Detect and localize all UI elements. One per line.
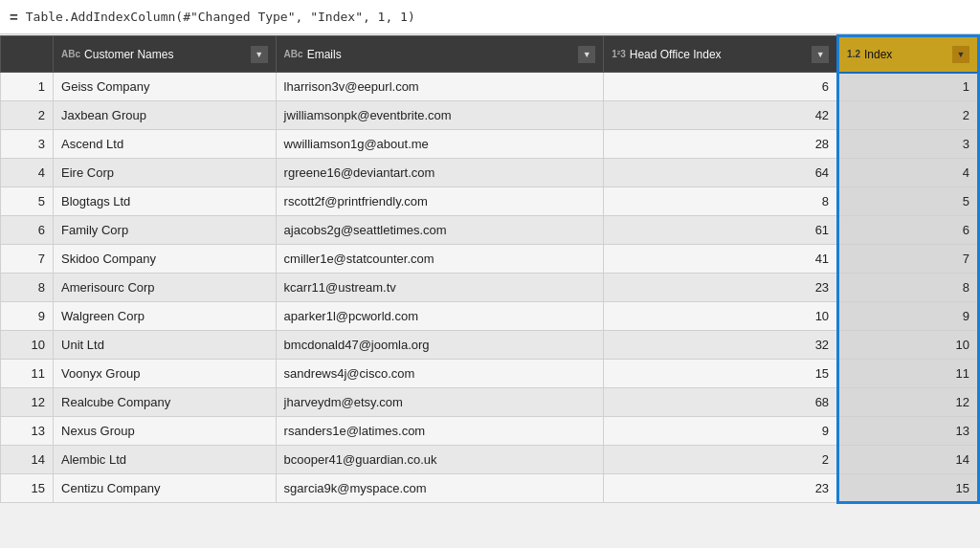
head-office-dropdown[interactable]: ▼ (812, 46, 829, 63)
table-row: 9Walgreen Corpaparker1l@pcworld.com109 (1, 302, 979, 331)
customer-name-cell: Walgreen Corp (54, 302, 277, 331)
row-number: 14 (1, 446, 54, 474)
table-row: 13Nexus Grouprsanders1e@latimes.com913 (1, 417, 979, 446)
head-office-type-icon: 1²3 (612, 49, 625, 59)
email-cell: jharveydm@etsy.com (276, 388, 604, 417)
email-cell: jwilliamsonpk@eventbrite.com (276, 101, 604, 130)
head-office-cell: 41 (604, 245, 838, 274)
col-header-emails[interactable]: ABc Emails ▼ (276, 36, 604, 73)
head-office-cell: 23 (604, 274, 838, 302)
customer-name-cell: Ascend Ltd (54, 130, 277, 159)
index-cell: 11 (838, 360, 979, 388)
formula-text: Table.AddIndexColumn(#"Changed Type", "I… (26, 10, 415, 24)
index-cell: 5 (838, 187, 979, 216)
customer-name-cell: Alembic Ltd (54, 446, 277, 474)
customer-names-label: Customer Names (84, 48, 247, 61)
email-cell: kcarr11@ustream.tv (276, 274, 604, 302)
row-number: 15 (1, 474, 54, 503)
head-office-cell: 15 (604, 360, 838, 388)
index-cell: 6 (838, 216, 979, 245)
emails-label: Emails (307, 48, 575, 61)
row-number: 1 (1, 73, 54, 101)
formula-equals-sign: = (10, 9, 18, 25)
email-cell: rscott2f@printfriendly.com (276, 187, 604, 216)
head-office-cell: 23 (604, 474, 838, 503)
table-header-row: ABc Customer Names ▼ ABc Emails ▼ 1²3 (1, 36, 979, 73)
emails-type-icon: ABc (284, 49, 303, 59)
head-office-cell: 42 (604, 101, 838, 130)
data-table: ABc Customer Names ▼ ABc Emails ▼ 1²3 (0, 34, 980, 504)
table-row: 8Amerisourc Corpkcarr11@ustream.tv238 (1, 274, 979, 302)
head-office-cell: 61 (604, 216, 838, 245)
customer-name-cell: Geiss Company (54, 73, 277, 101)
index-cell: 10 (838, 331, 979, 360)
emails-dropdown[interactable]: ▼ (578, 46, 595, 63)
row-number: 12 (1, 388, 54, 417)
col-header-index[interactable]: 1.2 Index ▼ (838, 36, 979, 73)
email-cell: aparker1l@pcworld.com (276, 302, 604, 331)
row-number: 8 (1, 274, 54, 302)
table-row: 12Realcube Companyjharveydm@etsy.com6812 (1, 388, 979, 417)
index-cell: 13 (838, 417, 979, 446)
table-body: 1Geiss Companylharrison3v@eepurl.com612J… (1, 73, 979, 503)
email-cell: bcooper41@guardian.co.uk (276, 446, 604, 474)
email-cell: sgarcia9k@myspace.com (276, 474, 604, 503)
head-office-cell: 6 (604, 73, 838, 101)
index-cell: 1 (838, 73, 979, 101)
table-container: ABc Customer Names ▼ ABc Emails ▼ 1²3 (0, 34, 980, 548)
customer-name-cell: Nexus Group (54, 417, 277, 446)
row-number: 13 (1, 417, 54, 446)
head-office-cell: 32 (604, 331, 838, 360)
customer-name-cell: Amerisourc Corp (54, 274, 277, 302)
table-row: 1Geiss Companylharrison3v@eepurl.com61 (1, 73, 979, 101)
customer-name-cell: Centizu Company (54, 474, 277, 503)
index-cell: 9 (838, 302, 979, 331)
customer-name-cell: Realcube Company (54, 388, 277, 417)
table-row: 10Unit Ltdbmcdonald47@joomla.org3210 (1, 331, 979, 360)
index-cell: 15 (838, 474, 979, 503)
row-number: 4 (1, 159, 54, 187)
col-header-row-num (1, 36, 54, 73)
index-cell: 8 (838, 274, 979, 302)
table-row: 15Centizu Companysgarcia9k@myspace.com23… (1, 474, 979, 503)
table-row: 2Jaxbean Groupjwilliamsonpk@eventbrite.c… (1, 101, 979, 130)
formula-bar: = Table.AddIndexColumn(#"Changed Type", … (0, 0, 980, 34)
email-cell: lharrison3v@eepurl.com (276, 73, 604, 101)
row-number: 5 (1, 187, 54, 216)
email-cell: ajacobs2g@seattletimes.com (276, 216, 604, 245)
row-number: 6 (1, 216, 54, 245)
row-number: 2 (1, 101, 54, 130)
customer-names-dropdown[interactable]: ▼ (251, 46, 268, 63)
customer-name-cell: Voonyx Group (54, 360, 277, 388)
index-cell: 14 (838, 446, 979, 474)
head-office-cell: 68 (604, 388, 838, 417)
head-office-cell: 28 (604, 130, 838, 159)
table-row: 3Ascend Ltdwwilliamson1g@about.me283 (1, 130, 979, 159)
email-cell: rsanders1e@latimes.com (276, 417, 604, 446)
head-office-label: Head Office Index (630, 48, 808, 61)
email-cell: wwilliamson1g@about.me (276, 130, 604, 159)
customer-name-cell: Blogtags Ltd (54, 187, 277, 216)
head-office-cell: 8 (604, 187, 838, 216)
table-row: 5Blogtags Ltdrscott2f@printfriendly.com8… (1, 187, 979, 216)
index-cell: 12 (838, 388, 979, 417)
row-number: 9 (1, 302, 54, 331)
head-office-cell: 64 (604, 159, 838, 187)
customer-names-type-icon: ABc (61, 49, 80, 59)
email-cell: cmiller1e@statcounter.com (276, 245, 604, 274)
customer-name-cell: Jaxbean Group (54, 101, 277, 130)
index-cell: 2 (838, 101, 979, 130)
col-header-head-office-index[interactable]: 1²3 Head Office Index ▼ (604, 36, 838, 73)
index-label: Index (864, 48, 948, 61)
table-row: 14Alembic Ltdbcooper41@guardian.co.uk214 (1, 446, 979, 474)
head-office-cell: 10 (604, 302, 838, 331)
index-dropdown[interactable]: ▼ (952, 46, 969, 63)
col-header-customer-names[interactable]: ABc Customer Names ▼ (54, 36, 277, 73)
customer-name-cell: Eire Corp (54, 159, 277, 187)
head-office-cell: 2 (604, 446, 838, 474)
customer-name-cell: Unit Ltd (54, 331, 277, 360)
row-number: 11 (1, 360, 54, 388)
customer-name-cell: Skidoo Company (54, 245, 277, 274)
table-row: 6Family Corpajacobs2g@seattletimes.com61… (1, 216, 979, 245)
index-cell: 7 (838, 245, 979, 274)
